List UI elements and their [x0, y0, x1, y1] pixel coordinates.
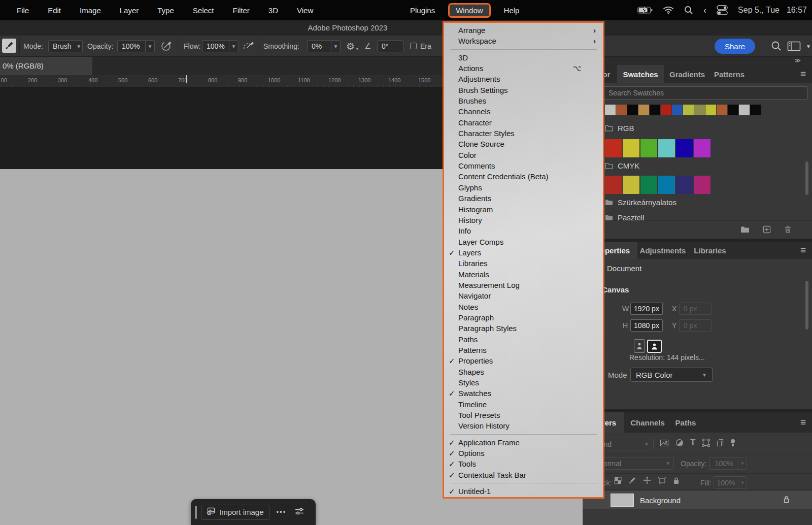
collapse-panels-icon[interactable]: ≫ — [794, 57, 801, 64]
tab-patterns[interactable]: Patterns — [710, 65, 748, 83]
menu-item-color[interactable]: Color — [444, 150, 603, 160]
mode-dropdown[interactable]: RGB Color ▼ — [630, 368, 713, 382]
menu-type[interactable]: Type — [157, 6, 174, 15]
layer-lock-icon[interactable] — [783, 496, 790, 505]
lock-all-icon[interactable] — [673, 477, 680, 484]
delete-swatch-icon[interactable] — [784, 225, 792, 236]
spotlight-icon[interactable] — [684, 6, 693, 15]
layers-panel-menu-icon[interactable]: ≡ — [800, 417, 806, 428]
color-swatch[interactable] — [640, 176, 657, 194]
menu-item-options[interactable]: ✓Options — [444, 448, 603, 458]
lock-pixels-icon[interactable] — [628, 476, 636, 484]
menu-item-comments[interactable]: Comments — [444, 160, 603, 171]
menu-item-application-frame[interactable]: ✓Application Frame — [444, 437, 603, 448]
color-swatch[interactable] — [658, 139, 675, 157]
color-swatch[interactable] — [739, 105, 750, 115]
color-swatch[interactable] — [650, 105, 660, 115]
control-center-icon[interactable] — [717, 5, 728, 15]
menu-item-materials[interactable]: Materials — [444, 269, 603, 280]
wifi-icon[interactable] — [663, 6, 674, 14]
menu-view[interactable]: View — [297, 6, 313, 15]
menu-help[interactable]: Help — [504, 6, 520, 15]
color-swatch[interactable] — [683, 105, 694, 115]
menu-filter[interactable]: Filter — [233, 6, 250, 15]
properties-panel-menu-icon[interactable]: ≡ — [800, 245, 806, 256]
color-swatch[interactable] — [676, 139, 693, 157]
menu-item-libraries[interactable]: Libraries — [444, 258, 603, 269]
menu-item-brush-settings[interactable]: Brush Settings — [444, 85, 603, 95]
swatch-group-rgb[interactable]: RGB — [605, 123, 634, 133]
menu-item-3d[interactable]: 3D — [444, 52, 603, 63]
menu-item-histogram[interactable]: Histogram — [444, 204, 603, 215]
menu-item-version-history[interactable]: Version History — [444, 420, 603, 431]
menu-bar-clock[interactable]: Sep 5., Tue 16:57 — [738, 6, 807, 15]
color-swatch[interactable] — [694, 176, 710, 194]
color-swatch[interactable] — [750, 105, 761, 115]
menu-item-tool-presets[interactable]: Tool Presets — [444, 410, 603, 420]
color-swatch[interactable] — [705, 105, 716, 115]
menu-layer[interactable]: Layer — [120, 6, 139, 15]
portrait-orientation-button[interactable] — [634, 339, 645, 353]
menu-edit[interactable]: Edit — [48, 6, 61, 15]
layer-thumbnail[interactable] — [611, 494, 634, 507]
filter-adjustment-icon[interactable] — [675, 439, 684, 447]
share-button[interactable]: Share — [715, 39, 755, 54]
menu-item-timeline[interactable]: Timeline — [444, 399, 603, 410]
new-group-icon[interactable] — [740, 226, 750, 235]
menu-item-arrange[interactable]: Arrange› — [444, 25, 603, 36]
menu-item-tools[interactable]: ✓Tools — [444, 458, 603, 469]
menu-select[interactable]: Select — [193, 6, 214, 15]
menu-item-history[interactable]: History — [444, 215, 603, 225]
menu-item-character[interactable]: Character — [444, 117, 603, 128]
color-swatch[interactable] — [728, 105, 738, 115]
menu-item-info[interactable]: Info — [444, 225, 603, 236]
smoothing-settings-button[interactable]: ⚙ ▼ — [346, 41, 359, 52]
tab-libraries[interactable]: Libraries — [688, 242, 732, 259]
airbrush-pressure-opacity-icon[interactable] — [160, 40, 173, 52]
menu-item-navigator[interactable]: Navigator — [444, 290, 603, 301]
erase-checkbox[interactable] — [410, 43, 417, 49]
swatches-scrollbar[interactable] — [805, 161, 808, 195]
airbrush-icon[interactable] — [242, 40, 254, 52]
chevron-left-icon[interactable]: ‹ — [703, 5, 706, 16]
color-swatch[interactable] — [623, 139, 639, 157]
menu-item-contextual-task-bar[interactable]: ✓Contextual Task Bar — [444, 470, 603, 480]
menu-item-glyphs[interactable]: Glyphs — [444, 182, 603, 193]
background-layer-row[interactable]: Background — [583, 491, 812, 509]
menu-item-measurement-log[interactable]: Measurement Log — [444, 280, 603, 290]
color-swatch[interactable] — [676, 176, 693, 194]
menu-item-brushes[interactable]: Brushes — [444, 95, 603, 106]
color-swatch[interactable] — [638, 105, 649, 115]
tab-gradients[interactable]: Gradients — [665, 65, 709, 83]
color-swatch[interactable] — [616, 105, 627, 115]
smoothing-dropdown[interactable]: 0% ▼ — [307, 40, 341, 52]
color-swatch[interactable] — [605, 176, 622, 194]
document-tab[interactable]: 0% (RGB/8) — [0, 57, 92, 75]
rgb-swatch-row[interactable] — [605, 139, 710, 157]
opacity-dropdown[interactable]: 100% ▼ — [117, 40, 155, 52]
menu-item-channels[interactable]: Channels — [444, 106, 603, 117]
chevron-down-icon[interactable]: ▼ — [806, 44, 811, 49]
swatches-panel-menu-icon[interactable]: ≡ — [800, 69, 806, 80]
landscape-orientation-button[interactable] — [647, 340, 662, 353]
more-options-button[interactable]: ••• — [277, 508, 287, 516]
search-icon[interactable] — [770, 40, 782, 53]
height-field[interactable]: 1080 px — [630, 319, 663, 332]
color-swatch[interactable] — [658, 176, 675, 194]
properties-scrollbar[interactable] — [805, 281, 808, 330]
color-swatch[interactable] — [672, 105, 683, 115]
lock-artboard-icon[interactable] — [658, 477, 666, 484]
color-swatch[interactable] — [717, 105, 727, 115]
color-swatch[interactable] — [661, 105, 671, 115]
brush-angle-field[interactable]: 0° — [377, 40, 403, 52]
menu-item-layer-comps[interactable]: Layer Comps — [444, 237, 603, 247]
menu-file[interactable]: File — [17, 6, 29, 15]
new-swatch-icon[interactable] — [763, 225, 771, 236]
tab-swatches[interactable]: Swatches — [617, 65, 664, 83]
menu-plugins[interactable]: Plugins — [410, 6, 435, 15]
menu-item-patterns[interactable]: Patterns — [444, 345, 603, 355]
sliders-icon[interactable] — [294, 507, 304, 518]
import-image-button[interactable]: Import image — [201, 505, 269, 520]
menu-item-shapes[interactable]: Shapes — [444, 367, 603, 377]
color-swatch[interactable] — [605, 139, 622, 157]
